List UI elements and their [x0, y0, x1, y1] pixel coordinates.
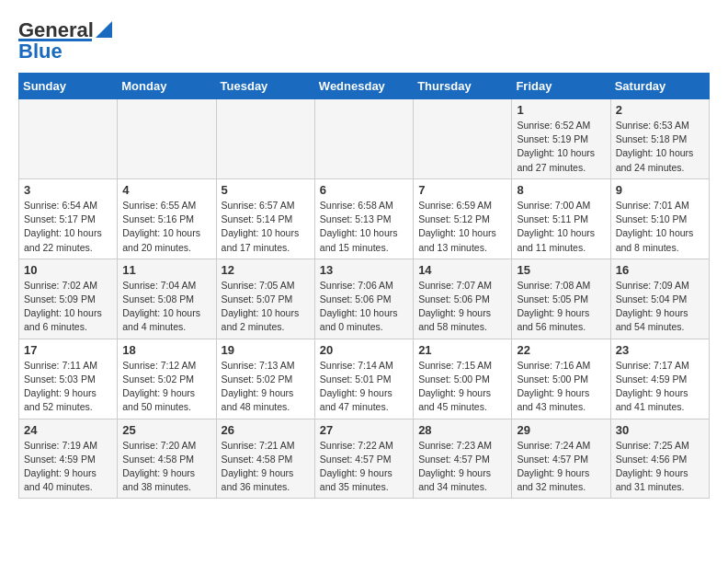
calendar-cell: 8Sunrise: 7:00 AM Sunset: 5:11 PM Daylig…: [512, 178, 610, 259]
day-number: 22: [517, 343, 605, 357]
calendar-cell: 13Sunrise: 7:06 AM Sunset: 5:06 PM Dayli…: [314, 259, 413, 339]
calendar-cell: 15Sunrise: 7:08 AM Sunset: 5:05 PM Dayli…: [512, 259, 610, 339]
day-number: 1: [517, 103, 605, 117]
day-info: Sunrise: 7:04 AM Sunset: 5:08 PM Dayligh…: [122, 279, 210, 335]
col-header-tuesday: Tuesday: [216, 74, 314, 99]
calendar-cell: [19, 99, 118, 179]
calendar-cell: 14Sunrise: 7:07 AM Sunset: 5:06 PM Dayli…: [414, 259, 512, 339]
day-number: 23: [616, 343, 704, 357]
calendar-cell: 6Sunrise: 6:58 AM Sunset: 5:13 PM Daylig…: [314, 178, 413, 259]
calendar-table: SundayMondayTuesdayWednesdayThursdayFrid…: [18, 73, 710, 499]
day-info: Sunrise: 6:52 AM Sunset: 5:19 PM Dayligh…: [517, 119, 605, 175]
calendar-cell: 12Sunrise: 7:05 AM Sunset: 5:07 PM Dayli…: [216, 259, 314, 339]
calendar-week-1: 1Sunrise: 6:52 AM Sunset: 5:19 PM Daylig…: [19, 99, 710, 179]
day-info: Sunrise: 6:53 AM Sunset: 5:18 PM Dayligh…: [616, 119, 704, 175]
logo-icon: [96, 21, 112, 38]
day-info: Sunrise: 7:15 AM Sunset: 5:00 PM Dayligh…: [418, 359, 506, 415]
calendar-cell: 26Sunrise: 7:21 AM Sunset: 4:58 PM Dayli…: [216, 419, 314, 499]
calendar-cell: 22Sunrise: 7:16 AM Sunset: 5:00 PM Dayli…: [512, 339, 610, 419]
day-info: Sunrise: 7:24 AM Sunset: 4:57 PM Dayligh…: [517, 439, 605, 495]
day-number: 12: [222, 263, 310, 277]
calendar-cell: 3Sunrise: 6:54 AM Sunset: 5:17 PM Daylig…: [19, 178, 118, 259]
calendar-cell: [216, 99, 314, 179]
calendar-cell: [118, 99, 216, 179]
calendar-cell: 25Sunrise: 7:20 AM Sunset: 4:58 PM Dayli…: [118, 419, 216, 499]
day-info: Sunrise: 7:05 AM Sunset: 5:07 PM Dayligh…: [222, 279, 310, 335]
day-info: Sunrise: 7:25 AM Sunset: 4:56 PM Dayligh…: [616, 439, 704, 495]
day-number: 6: [320, 183, 408, 197]
day-number: 5: [222, 183, 310, 197]
calendar-cell: 30Sunrise: 7:25 AM Sunset: 4:56 PM Dayli…: [610, 419, 709, 499]
header: General Blue: [18, 18, 710, 63]
day-info: Sunrise: 7:12 AM Sunset: 5:02 PM Dayligh…: [122, 359, 210, 415]
day-number: 15: [517, 263, 605, 277]
day-number: 25: [122, 423, 210, 437]
calendar-cell: 1Sunrise: 6:52 AM Sunset: 5:19 PM Daylig…: [512, 99, 610, 179]
calendar-cell: [314, 99, 413, 179]
day-info: Sunrise: 7:20 AM Sunset: 4:58 PM Dayligh…: [122, 439, 210, 495]
day-info: Sunrise: 7:17 AM Sunset: 4:59 PM Dayligh…: [616, 359, 704, 415]
svg-marker-0: [96, 21, 112, 38]
day-info: Sunrise: 7:22 AM Sunset: 4:57 PM Dayligh…: [320, 439, 408, 495]
calendar-cell: 19Sunrise: 7:13 AM Sunset: 5:02 PM Dayli…: [216, 339, 314, 419]
col-header-thursday: Thursday: [414, 74, 512, 99]
day-number: 9: [616, 183, 704, 197]
calendar-cell: 11Sunrise: 7:04 AM Sunset: 5:08 PM Dayli…: [118, 259, 216, 339]
calendar-header-row: SundayMondayTuesdayWednesdayThursdayFrid…: [19, 74, 710, 99]
day-number: 8: [517, 183, 605, 197]
day-number: 10: [24, 263, 112, 277]
day-info: Sunrise: 7:11 AM Sunset: 5:03 PM Dayligh…: [24, 359, 112, 415]
day-info: Sunrise: 6:55 AM Sunset: 5:16 PM Dayligh…: [122, 199, 210, 255]
col-header-sunday: Sunday: [19, 74, 118, 99]
logo-blue: Blue: [18, 40, 63, 63]
day-info: Sunrise: 7:19 AM Sunset: 4:59 PM Dayligh…: [24, 439, 112, 495]
calendar-cell: 23Sunrise: 7:17 AM Sunset: 4:59 PM Dayli…: [610, 339, 709, 419]
day-info: Sunrise: 7:21 AM Sunset: 4:58 PM Dayligh…: [222, 439, 310, 495]
calendar-week-4: 17Sunrise: 7:11 AM Sunset: 5:03 PM Dayli…: [19, 339, 710, 419]
day-info: Sunrise: 7:06 AM Sunset: 5:06 PM Dayligh…: [320, 279, 408, 335]
day-number: 4: [122, 183, 210, 197]
calendar-cell: 24Sunrise: 7:19 AM Sunset: 4:59 PM Dayli…: [19, 419, 118, 499]
day-number: 27: [320, 423, 408, 437]
day-info: Sunrise: 7:08 AM Sunset: 5:05 PM Dayligh…: [517, 279, 605, 335]
calendar-cell: 20Sunrise: 7:14 AM Sunset: 5:01 PM Dayli…: [314, 339, 413, 419]
calendar-cell: 16Sunrise: 7:09 AM Sunset: 5:04 PM Dayli…: [610, 259, 709, 339]
day-number: 14: [418, 263, 506, 277]
calendar-cell: [414, 99, 512, 179]
day-number: 17: [24, 343, 112, 357]
col-header-monday: Monday: [118, 74, 216, 99]
calendar-cell: 17Sunrise: 7:11 AM Sunset: 5:03 PM Dayli…: [19, 339, 118, 419]
calendar-cell: 4Sunrise: 6:55 AM Sunset: 5:16 PM Daylig…: [118, 178, 216, 259]
day-number: 7: [418, 183, 506, 197]
calendar-cell: 9Sunrise: 7:01 AM Sunset: 5:10 PM Daylig…: [610, 178, 709, 259]
calendar-cell: 5Sunrise: 6:57 AM Sunset: 5:14 PM Daylig…: [216, 178, 314, 259]
calendar-cell: 10Sunrise: 7:02 AM Sunset: 5:09 PM Dayli…: [19, 259, 118, 339]
day-number: 26: [222, 423, 310, 437]
day-info: Sunrise: 7:14 AM Sunset: 5:01 PM Dayligh…: [320, 359, 408, 415]
calendar-cell: 29Sunrise: 7:24 AM Sunset: 4:57 PM Dayli…: [512, 419, 610, 499]
day-info: Sunrise: 7:07 AM Sunset: 5:06 PM Dayligh…: [418, 279, 506, 335]
day-number: 20: [320, 343, 408, 357]
calendar-week-5: 24Sunrise: 7:19 AM Sunset: 4:59 PM Dayli…: [19, 419, 710, 499]
calendar-cell: 27Sunrise: 7:22 AM Sunset: 4:57 PM Dayli…: [314, 419, 413, 499]
day-info: Sunrise: 7:02 AM Sunset: 5:09 PM Dayligh…: [24, 279, 112, 335]
calendar-cell: 7Sunrise: 6:59 AM Sunset: 5:12 PM Daylig…: [414, 178, 512, 259]
calendar-cell: 28Sunrise: 7:23 AM Sunset: 4:57 PM Dayli…: [414, 419, 512, 499]
calendar-cell: 21Sunrise: 7:15 AM Sunset: 5:00 PM Dayli…: [414, 339, 512, 419]
day-info: Sunrise: 6:57 AM Sunset: 5:14 PM Dayligh…: [222, 199, 310, 255]
calendar-cell: 2Sunrise: 6:53 AM Sunset: 5:18 PM Daylig…: [610, 99, 709, 179]
day-number: 28: [418, 423, 506, 437]
day-number: 30: [616, 423, 704, 437]
day-number: 24: [24, 423, 112, 437]
day-info: Sunrise: 7:00 AM Sunset: 5:11 PM Dayligh…: [517, 199, 605, 255]
day-number: 2: [616, 103, 704, 117]
logo: General Blue: [18, 18, 112, 63]
day-info: Sunrise: 6:54 AM Sunset: 5:17 PM Dayligh…: [24, 199, 112, 255]
day-number: 13: [320, 263, 408, 277]
day-info: Sunrise: 6:58 AM Sunset: 5:13 PM Dayligh…: [320, 199, 408, 255]
col-header-wednesday: Wednesday: [314, 74, 413, 99]
day-number: 11: [122, 263, 210, 277]
day-info: Sunrise: 7:01 AM Sunset: 5:10 PM Dayligh…: [616, 199, 704, 255]
day-info: Sunrise: 7:13 AM Sunset: 5:02 PM Dayligh…: [222, 359, 310, 415]
day-info: Sunrise: 7:23 AM Sunset: 4:57 PM Dayligh…: [418, 439, 506, 495]
